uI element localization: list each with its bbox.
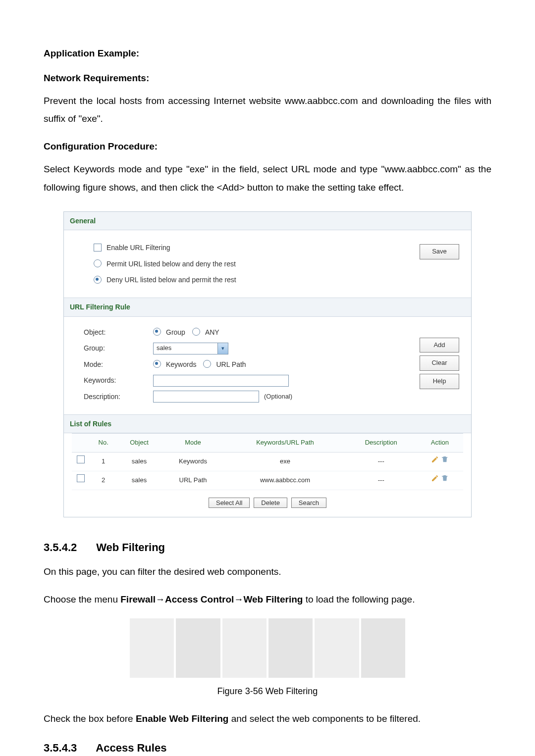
- para-web-filtering-menu: Choose the menu Firewall→Access Control→…: [44, 591, 491, 608]
- description-input[interactable]: [153, 391, 259, 403]
- rules-table: No. Object Mode Keywords/URL Path Descri…: [72, 433, 463, 490]
- enable-url-filtering-checkbox[interactable]: [94, 244, 102, 252]
- col-desc: Description: [346, 434, 417, 453]
- group-select[interactable]: sales ▾: [153, 343, 228, 354]
- save-button[interactable]: Save: [420, 244, 459, 259]
- delete-icon[interactable]: [441, 474, 449, 487]
- mode-urlpath-label: URL Path: [216, 358, 246, 371]
- cell-desc: ---: [346, 471, 417, 490]
- col-no: No.: [90, 434, 117, 453]
- select-all-button[interactable]: Select All: [209, 498, 250, 508]
- cell-object: sales: [117, 471, 161, 490]
- col-action: Action: [417, 434, 463, 453]
- clear-button[interactable]: Clear: [420, 355, 459, 371]
- url-filtering-panel: General Save Enable URL Filtering Permit…: [63, 211, 472, 518]
- figure-web-filtering-placeholder: [129, 618, 406, 678]
- cell-kw: exe: [224, 452, 345, 471]
- sec-3542-title: Web Filtering: [96, 541, 165, 554]
- heading-config-procedure: Configuration Procedure:: [44, 138, 491, 155]
- group-label: Group:: [84, 342, 153, 355]
- description-optional-hint: (Optional): [264, 391, 292, 403]
- sec-3542-num: 3.5.4.2: [44, 537, 93, 558]
- para-network-requirements: Prevent the local hosts from accessing I…: [44, 92, 491, 128]
- mode-keywords-radio[interactable]: [153, 360, 161, 368]
- object-group-label: Group: [166, 326, 185, 339]
- table-row: 2salesURL Pathwww.aabbcc.com---: [72, 471, 463, 490]
- col-object: Object: [117, 434, 161, 453]
- edit-icon[interactable]: [431, 455, 439, 468]
- figure-caption-3-56: Figure 3-56 Web Filtering: [44, 683, 491, 700]
- sec-3543-title: Access Rules: [96, 742, 166, 754]
- para-web-filtering-intro: On this page, you can filter the desired…: [44, 563, 491, 581]
- heading-application-example: Application Example:: [44, 45, 491, 62]
- cell-mode: Keywords: [161, 452, 225, 471]
- table-row: 1salesKeywordsexe---: [72, 452, 463, 471]
- section-header-rule: URL Filtering Rule: [64, 298, 471, 317]
- mode-keywords-label: Keywords: [166, 358, 196, 371]
- section-header-list: List of Rules: [64, 414, 471, 434]
- keywords-label: Keywords:: [84, 374, 153, 387]
- group-select-value: sales: [154, 342, 217, 354]
- col-mode: Mode: [161, 434, 225, 453]
- cell-object: sales: [117, 452, 161, 471]
- add-button[interactable]: Add: [420, 338, 459, 353]
- para-enable-web-filtering: Check the box before Enable Web Filterin…: [44, 710, 491, 728]
- permit-radio[interactable]: [94, 259, 102, 267]
- object-group-radio[interactable]: [153, 328, 161, 336]
- cell-no: 2: [90, 471, 117, 490]
- chevron-down-icon: ▾: [217, 343, 228, 354]
- row-checkbox[interactable]: [77, 474, 85, 482]
- cell-kw: www.aabbcc.com: [224, 471, 345, 490]
- enable-url-filtering-label: Enable URL Filtering: [107, 241, 170, 254]
- sec-3543-num: 3.5.4.3: [44, 738, 93, 756]
- search-button[interactable]: Search: [291, 498, 326, 508]
- permit-label: Permit URL listed below and deny the res…: [107, 257, 236, 271]
- cell-desc: ---: [346, 452, 417, 471]
- mode-urlpath-radio[interactable]: [203, 360, 211, 368]
- cell-mode: URL Path: [161, 471, 225, 490]
- object-any-label: ANY: [205, 326, 219, 339]
- keywords-input[interactable]: [153, 375, 289, 387]
- edit-icon[interactable]: [431, 474, 439, 487]
- cell-action: [417, 471, 463, 490]
- section-header-general: General: [64, 212, 471, 231]
- help-button[interactable]: Help: [420, 374, 459, 389]
- deny-radio[interactable]: [94, 276, 102, 284]
- object-any-radio[interactable]: [192, 328, 200, 336]
- cell-action: [417, 452, 463, 471]
- cell-no: 1: [90, 452, 117, 471]
- description-label: Description:: [84, 390, 153, 403]
- row-checkbox[interactable]: [77, 455, 85, 463]
- para-config-procedure: Select Keywords mode and type "exe" in t…: [44, 160, 491, 196]
- heading-network-requirements: Network Requirements:: [44, 69, 491, 87]
- mode-label: Mode:: [84, 358, 153, 371]
- col-kw: Keywords/URL Path: [224, 434, 345, 453]
- delete-button[interactable]: Delete: [254, 498, 287, 508]
- delete-icon[interactable]: [441, 455, 449, 468]
- object-label: Object:: [84, 326, 153, 339]
- deny-label: Deny URL listed below and permit the res…: [107, 273, 236, 287]
